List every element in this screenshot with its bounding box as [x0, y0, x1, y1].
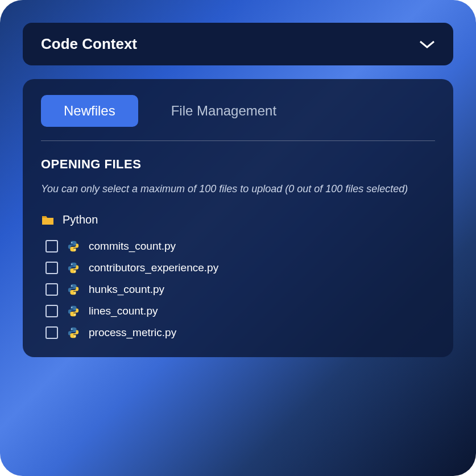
folder-name: Python: [63, 213, 98, 226]
tabs-container: Newfiles File Management: [41, 95, 435, 127]
file-checkbox[interactable]: [45, 240, 58, 253]
file-list: commits_count.py contributors_experience…: [41, 240, 435, 339]
file-name: process_metric.py: [89, 326, 176, 339]
tab-newfiles[interactable]: Newfiles: [41, 95, 138, 127]
folder-row[interactable]: Python: [41, 213, 435, 226]
file-name: commits_count.py: [89, 240, 176, 253]
folder-icon: [41, 214, 55, 226]
svg-point-5: [74, 293, 76, 294]
file-row: hunks_count.py: [45, 283, 435, 296]
header-bar[interactable]: Code Context: [23, 23, 453, 65]
svg-point-0: [71, 242, 72, 243]
tab-file-management[interactable]: File Management: [165, 95, 299, 127]
section-title: OPENING FILES: [41, 157, 435, 172]
file-row: process_metric.py: [45, 326, 435, 339]
python-icon: [67, 240, 80, 253]
svg-point-4: [71, 285, 72, 287]
main-panel: Newfiles File Management OPENING FILES Y…: [23, 79, 453, 357]
svg-point-9: [74, 336, 76, 337]
file-name: contributors_experience.py: [89, 262, 218, 274]
python-icon: [67, 262, 80, 274]
file-name: lines_count.py: [89, 305, 158, 317]
file-checkbox[interactable]: [45, 283, 58, 296]
python-icon: [67, 305, 80, 317]
file-row: lines_count.py: [45, 305, 435, 317]
python-icon: [67, 283, 80, 296]
svg-point-6: [71, 307, 72, 308]
file-checkbox[interactable]: [45, 262, 58, 274]
header-title: Code Context: [41, 35, 137, 53]
svg-point-8: [71, 329, 72, 330]
file-name: hunks_count.py: [89, 283, 164, 296]
svg-point-1: [74, 250, 76, 251]
divider: [41, 140, 435, 141]
chevron-down-icon: [419, 40, 435, 49]
upload-hint: You can only select a maximum of 100 fil…: [41, 183, 435, 195]
file-checkbox[interactable]: [45, 305, 58, 317]
svg-point-3: [74, 271, 76, 272]
app-container: Code Context Newfiles File Management OP…: [0, 0, 476, 476]
svg-point-7: [74, 314, 76, 316]
file-row: commits_count.py: [45, 240, 435, 253]
file-checkbox[interactable]: [45, 326, 58, 339]
python-icon: [67, 326, 80, 339]
file-row: contributors_experience.py: [45, 262, 435, 274]
svg-point-2: [71, 264, 72, 265]
